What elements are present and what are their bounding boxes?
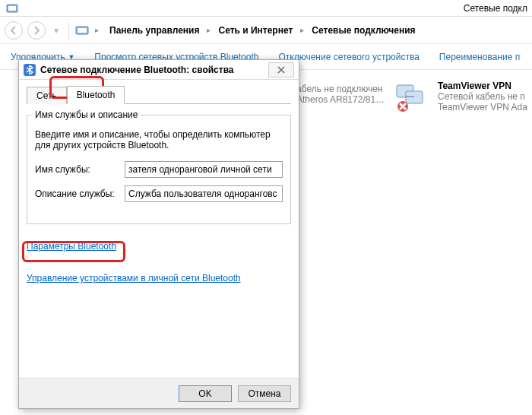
connection-item-teamviewer[interactable]: TeamViewer VPN Сетевой кабель не п TeamV… — [395, 81, 527, 112]
nav-forward-button[interactable] — [27, 21, 46, 40]
toolbar-label: Отключение сетевого устройства — [278, 52, 419, 62]
window-icon — [6, 2, 18, 14]
connection-title: TeamViewer VPN — [438, 81, 527, 91]
connection-item-ethernet[interactable]: абель не подключен Atheros AR8172/81… — [296, 84, 385, 105]
nav-back-button[interactable] — [5, 21, 23, 40]
explorer-content: абель не подключен Atheros AR8172/81… Te… — [0, 70, 532, 415]
nav-history-dropdown[interactable]: ▾ — [50, 21, 62, 40]
chevron-right-icon: ▸ — [299, 26, 306, 34]
breadcrumb-item-network-connections[interactable]: Сетевые подключения — [307, 22, 420, 39]
input-service-name[interactable] — [125, 161, 283, 178]
dialog-title: Сетевое подключение Bluetooth: свойства — [40, 65, 264, 75]
address-root-chevron[interactable]: ▸ — [93, 26, 100, 34]
group-service-name: Имя службы и описание Введите имя и опис… — [27, 115, 291, 224]
connection-status: абель не подключен — [296, 84, 385, 94]
input-service-description[interactable] — [125, 185, 283, 202]
toolbar-label: Переименование п — [439, 52, 520, 62]
dialog-tabs: Сеть Bluetooth — [27, 86, 291, 104]
group-description: Введите имя и описание, чтобы определить… — [35, 129, 283, 150]
svg-rect-1 — [8, 6, 16, 11]
connection-adapter: Atheros AR8172/81… — [296, 94, 385, 105]
breadcrumb: Панель управления ▸ Сеть и Интернет ▸ Се… — [105, 22, 420, 39]
label-service-name: Имя службы: — [35, 164, 119, 175]
breadcrumb-item-control-panel[interactable]: Панель управления — [105, 22, 204, 39]
explorer-titlebar: Сетевые подкл — [0, 0, 532, 17]
breadcrumb-item-network-internet[interactable]: Сеть и Интернет — [214, 22, 297, 39]
connection-status: Сетевой кабель не п — [438, 91, 527, 102]
window-title: Сетевые подкл — [464, 3, 532, 14]
chevron-right-icon: ▸ — [205, 26, 212, 34]
link-bluetooth-settings[interactable]: Параметры Bluetooth — [27, 241, 116, 252]
network-adapter-icon — [395, 81, 432, 112]
toolbar-rename[interactable]: Переименование п — [436, 49, 523, 65]
tab-network[interactable]: Сеть — [27, 87, 67, 104]
tab-bluetooth[interactable]: Bluetooth — [67, 86, 125, 104]
cancel-button[interactable]: Отмена — [238, 385, 291, 402]
group-legend: Имя службы и описание — [32, 109, 141, 120]
dialog-titlebar: Сетевое подключение Bluetooth: свойства — [19, 60, 299, 80]
label-service-description: Описание службы: — [35, 188, 119, 199]
link-manage-pan-devices[interactable]: Управление устройствами в личной сети Bl… — [27, 273, 241, 284]
address-icon — [75, 24, 89, 37]
bluetooth-icon — [24, 64, 36, 76]
connection-adapter: TeamViewer VPN Ada — [438, 102, 527, 112]
ok-button[interactable]: OK — [179, 385, 232, 402]
dialog-close-button[interactable] — [268, 62, 294, 78]
dialog-footer: OK Отмена — [19, 378, 299, 408]
properties-dialog: Сетевое подключение Bluetooth: свойства … — [18, 59, 299, 409]
svg-rect-3 — [78, 28, 87, 33]
explorer-navbar: ▾ ▸ Панель управления ▸ Сеть и Интернет … — [0, 17, 532, 44]
